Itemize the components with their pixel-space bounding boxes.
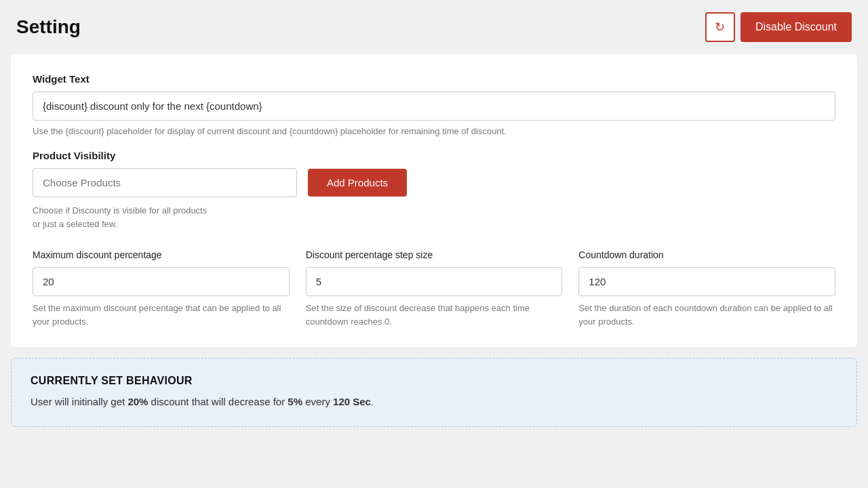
disable-discount-button[interactable]: Disable Discount — [741, 12, 852, 42]
behaviour-suffix: . — [371, 396, 374, 407]
countdown-block: Countdown duration Set the duration of e… — [578, 249, 835, 328]
behaviour-prefix: User will initinally get — [31, 396, 127, 407]
add-products-button[interactable]: Add Products — [308, 169, 407, 197]
behaviour-card: CURRENTLY SET BEHAVIOUR User will initin… — [11, 358, 857, 427]
step-size-input[interactable] — [306, 267, 563, 296]
behaviour-text: User will initinally get 20% discount th… — [31, 394, 837, 410]
max-discount-input[interactable] — [33, 267, 290, 296]
main-card: Widget Text Use the {discount} placehold… — [11, 54, 857, 347]
metrics-row: Maximum discount percentage Set the maxi… — [33, 249, 835, 328]
header-actions: ↻ Disable Discount — [705, 12, 852, 42]
step-size-hint: Set the size of discount decrease that h… — [306, 302, 563, 328]
refresh-button[interactable]: ↻ — [705, 12, 735, 42]
max-discount-label: Maximum discount percentage — [33, 249, 290, 260]
step-size-block: Discount percentage step size Set the si… — [306, 249, 563, 328]
page-title: Setting — [16, 16, 81, 38]
behaviour-countdown-value: 120 Sec — [333, 396, 371, 407]
widget-text-label: Widget Text — [33, 73, 835, 85]
countdown-hint: Set the duration of each countdown durat… — [578, 302, 835, 328]
behaviour-discount-value: 20% — [127, 396, 148, 407]
widget-text-input[interactable] — [33, 92, 835, 121]
max-discount-block: Maximum discount percentage Set the maxi… — [33, 249, 290, 328]
widget-text-hint: Use the {discount} placeholder for displ… — [33, 126, 835, 136]
step-size-label: Discount percentage step size — [306, 249, 563, 260]
header: Setting ↻ Disable Discount — [0, 0, 868, 54]
max-discount-hint: Set the maximum discount percentage that… — [33, 302, 290, 328]
behaviour-middle: discount that will decrease for — [148, 396, 288, 407]
countdown-input[interactable] — [578, 267, 835, 296]
countdown-label: Countdown duration — [578, 249, 835, 260]
behaviour-step-value: 5% — [288, 396, 302, 407]
product-visibility-section: Product Visibility Add Products Choose i… — [33, 150, 835, 230]
widget-text-section: Widget Text Use the {discount} placehold… — [33, 73, 835, 136]
behaviour-middle2: every — [302, 396, 333, 407]
choose-products-input[interactable] — [33, 168, 297, 197]
behaviour-title: CURRENTLY SET BEHAVIOUR — [31, 375, 837, 387]
product-visibility-label: Product Visibility — [33, 150, 835, 161]
product-visibility-row: Add Products — [33, 168, 835, 197]
refresh-icon: ↻ — [715, 20, 725, 35]
product-visibility-hint: Choose if Discounty is visible for all p… — [33, 204, 290, 230]
